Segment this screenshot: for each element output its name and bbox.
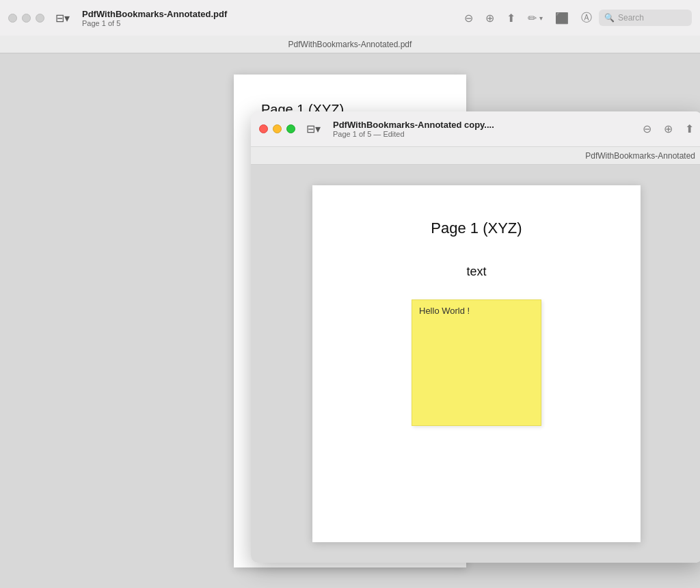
front-traffic-lights [259,124,295,133]
back-redact-icon[interactable]: ⬛ [555,12,569,25]
back-toolbar-icons: ⊖ ⊕ ⬆ ✏ ▾ ⬛ Ⓐ [464,11,592,25]
front-maximize-button[interactable] [286,124,295,133]
front-zoom-out-icon[interactable]: ⊖ [643,122,651,135]
back-minimize-button[interactable] [22,14,31,23]
front-close-button[interactable] [259,124,268,133]
back-window-toolbar: ⊟▾ PdfWithBookmarks-Annotated.pdf Page 1… [0,0,700,54]
front-tab-bar: PdfWithBookmarks-Annotated [251,147,700,165]
front-toolbar-icons: ⊖ ⊕ ⬆ [643,122,694,135]
front-share-icon[interactable]: ⬆ [685,122,694,135]
back-search-input[interactable] [618,13,686,23]
back-close-button[interactable] [8,14,17,23]
back-sidebar-toggle[interactable]: ⊟▾ [51,9,74,27]
back-zoom-in-icon[interactable]: ⊕ [485,12,494,25]
back-tab-title: PdfWithBookmarks-Annotated.pdf [288,40,412,49]
back-annotate-group[interactable]: ✏ ▾ [528,12,543,25]
back-maximize-button[interactable] [36,14,44,23]
back-search-icon: 🔍 [604,13,615,23]
back-search-box[interactable]: 🔍 [599,10,692,26]
front-sticky-note[interactable]: Hello World ! [412,299,541,426]
back-sign-icon[interactable]: Ⓐ [581,11,592,25]
front-title-area: PdfWithBookmarks-Annotated copy.... Page… [333,120,494,138]
front-pdf-page: Page 1 (XYZ) text Hello World ! [312,185,641,542]
front-window: ⊟▾ PdfWithBookmarks-Annotated copy.... P… [251,111,700,563]
front-filename: PdfWithBookmarks-Annotated copy.... [333,120,494,130]
back-tab-bar: PdfWithBookmarks-Annotated.pdf [0,36,700,53]
front-tab-title: PdfWithBookmarks-Annotated [585,151,695,161]
back-zoom-out-icon[interactable]: ⊖ [464,12,473,25]
front-toolbar: ⊟▾ PdfWithBookmarks-Annotated copy.... P… [251,111,700,147]
front-page-title: Page 1 (XYZ) [353,219,600,237]
back-page-info: Page 1 of 5 [82,19,227,27]
front-page-text: text [353,265,600,279]
back-annotate-chevron-icon: ▾ [539,14,543,22]
front-zoom-in-icon[interactable]: ⊕ [664,122,673,135]
back-title-area: PdfWithBookmarks-Annotated.pdf Page 1 of… [82,9,227,27]
front-sticky-note-text: Hello World ! [419,306,470,316]
back-filename: PdfWithBookmarks-Annotated.pdf [82,9,227,19]
front-sidebar-toggle[interactable]: ⊟▾ [302,120,325,138]
back-share-icon[interactable]: ⬆ [507,12,515,25]
back-traffic-lights [8,14,44,23]
front-window-content: Page 1 (XYZ) text Hello World ! [251,165,700,563]
front-minimize-button[interactable] [273,124,282,133]
back-annotate-icon: ✏ [528,12,537,25]
front-page-info: Page 1 of 5 — Edited [333,130,494,138]
